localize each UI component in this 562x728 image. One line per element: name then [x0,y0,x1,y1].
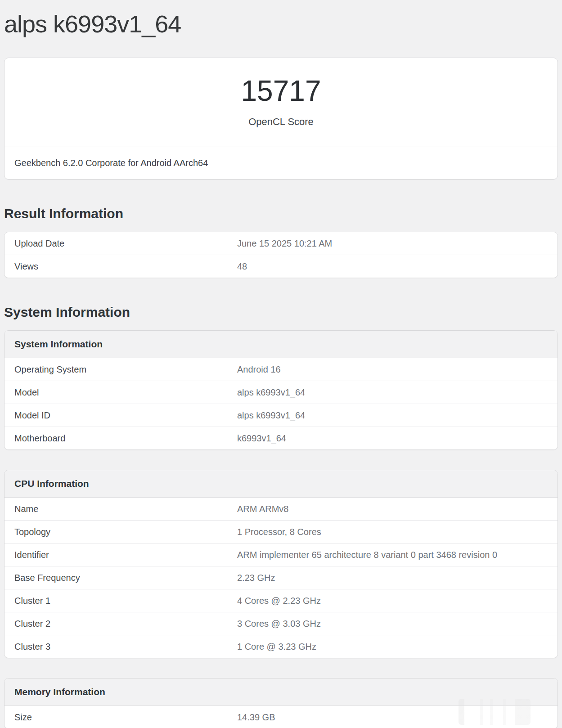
table-row: Cluster 3 1 Core @ 3.23 GHz [4,635,558,658]
table-row: Cluster 1 4 Cores @ 2.23 GHz [4,589,558,612]
result-information-card: Upload Date June 15 2025 10:21 AM Views … [4,232,558,278]
table-row: Views 48 [4,255,558,278]
row-value: k6993v1_64 [237,432,548,444]
table-row: Topology 1 Processor, 8 Cores [4,520,558,543]
table-row: Name ARM ARMv8 [4,498,558,520]
cpu-information-card: CPU Information Name ARM ARMv8 Topology … [4,470,558,658]
page-title: alps k6993v1_64 [4,10,558,38]
opencl-score-label: OpenCL Score [4,116,558,128]
table-row: Operating System Android 16 [4,358,558,381]
row-value: 1 Processor, 8 Cores [237,526,548,538]
row-label: Name [14,503,237,515]
table-row: Upload Date June 15 2025 10:21 AM [4,232,558,255]
row-value: alps k6993v1_64 [237,386,548,398]
table-row: Size 14.39 GB [4,706,558,728]
table-row: Model alps k6993v1_64 [4,381,558,404]
row-value: ARM ARMv8 [237,503,548,515]
row-label: Topology [14,526,237,538]
row-label: Base Frequency [14,572,237,584]
row-value: 4 Cores @ 2.23 GHz [237,595,548,607]
table-row: Identifier ARM implementer 65 architectu… [4,543,558,566]
result-information-heading: Result Information [4,206,558,222]
opencl-score-value: 15717 [4,76,558,106]
row-value: Android 16 [237,364,548,375]
row-label: Cluster 3 [14,641,237,652]
row-value: 14.39 GB [237,711,548,723]
row-label: Model [14,386,237,398]
geekbench-version-text: Geekbench 6.2.0 Corporate for Android AA… [4,147,558,179]
row-label: Upload Date [14,238,237,249]
table-row: Base Frequency 2.23 GHz [4,566,558,589]
geekbench-result-page: alps k6993v1_64 15717 OpenCL Score Geekb… [0,0,562,728]
row-value: alps k6993v1_64 [237,409,548,421]
row-label: Size [14,711,237,723]
table-row: Model ID alps k6993v1_64 [4,404,558,427]
table-row: Cluster 2 3 Cores @ 3.03 GHz [4,612,558,635]
row-value: 3 Cores @ 3.03 GHz [237,618,548,629]
row-value: 2.23 GHz [237,572,548,584]
row-value: 1 Core @ 3.23 GHz [237,641,548,652]
system-information-card: System Information Operating System Andr… [4,330,558,450]
memory-information-card: Memory Information Size 14.39 GB [4,678,558,728]
row-value: ARM implementer 65 architecture 8 varian… [237,549,548,561]
system-information-heading: System Information [4,304,558,320]
row-value: June 15 2025 10:21 AM [237,238,548,249]
row-label: Views [14,261,237,272]
row-label: Cluster 2 [14,618,237,629]
card-header: System Information [4,331,558,358]
row-label: Model ID [14,409,237,421]
row-label: Cluster 1 [14,595,237,607]
card-header: CPU Information [4,470,558,498]
row-label: Operating System [14,364,237,375]
score-card: 15717 OpenCL Score Geekbench 6.2.0 Corpo… [4,58,558,180]
score-section: 15717 OpenCL Score [4,58,558,147]
row-value: 48 [237,261,548,272]
card-header: Memory Information [4,679,558,706]
row-label: Motherboard [14,432,237,444]
table-row: Motherboard k6993v1_64 [4,427,558,449]
row-label: Identifier [14,549,237,561]
